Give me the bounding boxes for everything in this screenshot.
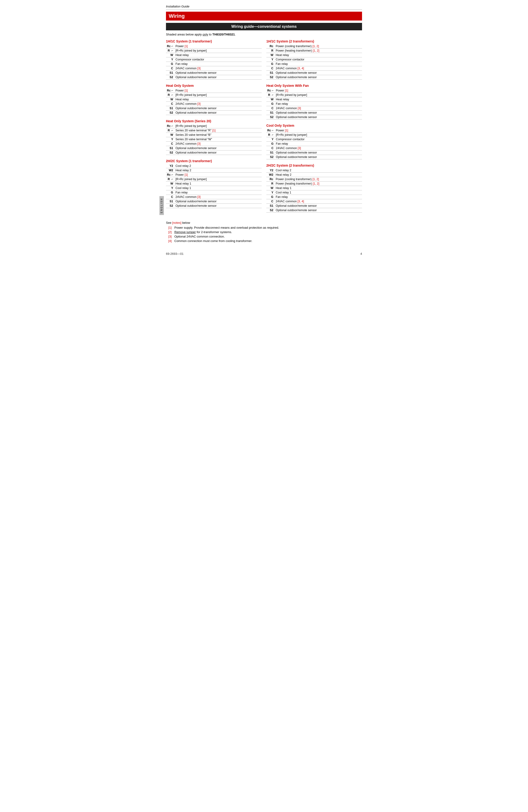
terminal: S1: [266, 71, 275, 75]
description: 24VAC common [3]: [175, 66, 262, 71]
terminal: S2: [266, 115, 275, 119]
english-sidebar-label: ENGLISH: [159, 196, 164, 215]
description: [R+Rc joined by jumper]: [175, 177, 262, 182]
description: Series 20 valve terminal “R” [1]: [175, 128, 262, 133]
section-title-1h1c-2t: 1H/1C System (2 transformers): [266, 40, 362, 43]
table-row: C 24VAC common [3, 4]: [266, 66, 362, 71]
description: Optional outdoor/remote sensor: [175, 204, 262, 208]
terminal: C: [166, 195, 175, 199]
note-text-1: Power supply. Provide disconnect means a…: [174, 226, 279, 229]
list-item: [4] Common connection must come from coo…: [168, 239, 362, 243]
note-num-4: [4]: [168, 239, 173, 243]
terminal: Rc ⌐: [166, 124, 175, 128]
table-row: Rc ⌐ Power [1]: [266, 88, 362, 93]
table-2h2c-1t: Y2 Cool relay 2 W2 Heat relay 2 Rc ⌐ Pow…: [166, 164, 262, 208]
terminal: Rc ⌐: [166, 44, 175, 48]
page-wrapper: ENGLISH Installation Guide Wiring Wiring…: [166, 5, 362, 256]
description: [R+Rc joined by jumper]: [275, 93, 362, 97]
table-row: R ⌐ Series 20 valve terminal “R” [1]: [166, 128, 262, 133]
description: Heat relay 2: [275, 173, 362, 177]
table-row: S1 Optional outdoor/remote sensor: [166, 106, 262, 111]
terminal: S1: [166, 199, 175, 204]
section-title-heat-only-fan: Heat Only System With Fan: [266, 84, 362, 87]
table-row: S2 Optional outdoor/remote sensor: [166, 75, 262, 79]
terminal: Rc ⌐: [166, 173, 175, 177]
footer-left: 69-2693—01: [166, 252, 184, 256]
table-row: Rc ⌐ Power [1]: [266, 128, 362, 133]
table-row: G Fan relay: [266, 142, 362, 146]
right-column: 1H/1C System (2 transformers) Rc Power (…: [266, 40, 362, 217]
terminal: S2: [166, 111, 175, 115]
table-row: S2 Optional outdoor/remote sensor: [266, 75, 362, 79]
table-heat-only-fan: Rc ⌐ Power [1] R ⌐ [R+Rc joined by jumpe…: [266, 88, 362, 119]
terminal: S1: [266, 111, 275, 115]
table-cool-only: Rc ⌐ Power [1] R ⌐ [R+Rc joined by jumpe…: [266, 128, 362, 159]
description: Series 20 valve terminal “B”: [175, 133, 262, 137]
description: Compressor contactor: [275, 137, 362, 142]
description: 24VAC common [3, 4]: [275, 199, 362, 204]
table-row: Rc ⌐ Power [1]: [166, 88, 262, 93]
terminal: W: [166, 182, 175, 186]
section-title-heat-only: Heat Only System: [166, 84, 262, 87]
description: Heat relay: [275, 53, 362, 57]
terminal: S1: [166, 71, 175, 75]
table-row: C 24VAC common [3]: [166, 142, 262, 146]
table-row: Y Compressor contactor: [166, 57, 262, 62]
description: Heat relay: [175, 97, 262, 102]
description: [R+Rc joined by jumper]: [175, 48, 262, 53]
table-row: Rc ⌐ Power [1]: [166, 173, 262, 177]
terminal: C: [166, 66, 175, 71]
description: Power (cooling transformer) [1, 2]: [275, 177, 362, 182]
description: Cool relay 2: [275, 168, 362, 173]
note-text-3: Optional 24VAC common connection.: [174, 235, 225, 238]
footer: 69-2693—01 4: [166, 252, 362, 256]
list-item: [2] Remove jumper for 2-transformer syst…: [168, 230, 362, 234]
description: Series 20 valve terminal “W”: [175, 137, 262, 142]
description: Cool relay 2: [175, 164, 262, 168]
terminal: S2: [166, 75, 175, 79]
table-row: R ⌐ [R+Rc joined by jumper]: [166, 177, 262, 182]
list-item: [1] Power supply. Provide disconnect mea…: [168, 226, 362, 229]
table-row: S1 Optional outdoor/remote sensor: [166, 71, 262, 75]
table-row: R ⌐ [R+Rc joined by jumper]: [166, 48, 262, 53]
table-row: C 24VAC common [3]: [266, 146, 362, 150]
description: Optional outdoor/remote sensor: [275, 208, 362, 213]
description: Power [1]: [275, 128, 362, 133]
description: Optional outdoor/remote sensor: [175, 111, 262, 115]
terminal: G: [166, 190, 175, 195]
terminal: W: [266, 186, 275, 190]
note-num-2: [2]: [168, 230, 173, 234]
description: Fan relay: [175, 62, 262, 66]
terminal: Y: [166, 186, 175, 190]
terminal: G: [266, 195, 275, 199]
description: Power (heating transformer) [1, 2]: [275, 182, 362, 186]
terminal: G: [266, 142, 275, 146]
description: Fan relay: [175, 190, 262, 195]
terminal: S2: [266, 155, 275, 159]
terminal: W: [266, 53, 275, 57]
terminal: R ⌐: [166, 48, 175, 53]
table-row: S2 Optional outdoor/remote sensor: [266, 155, 362, 159]
wiring-header: Wiring: [166, 12, 362, 20]
see-notes: See [notes] below: [166, 221, 362, 224]
table-row: S1 Optional outdoor/remote sensor: [166, 199, 262, 204]
table-row: C 24VAC common [3]: [166, 195, 262, 199]
description: Optional outdoor/remote sensor: [275, 150, 362, 155]
note-text-2: Remove jumper for 2-transformer systems.: [174, 230, 232, 234]
terminal: W: [166, 133, 175, 137]
list-item: [3] Optional 24VAC common connection.: [168, 235, 362, 238]
description: [R+Rc joined by jumper]: [175, 124, 262, 128]
table-1h1c-2t: Rc Power (cooling transformer) [1, 2] R …: [266, 44, 362, 79]
left-column: 1H/1C System (1 transformer) Rc ⌐ Power …: [166, 40, 262, 217]
table-row: W2 Heat relay 2: [266, 173, 362, 177]
table-row: G Fan relay: [166, 190, 262, 195]
description: Heat relay 1: [275, 186, 362, 190]
terminal: R: [266, 48, 275, 53]
description: Optional outdoor/remote sensor: [275, 71, 362, 75]
terminal: R ⌐: [166, 128, 175, 133]
table-row: S2 Optional outdoor/remote sensor: [266, 115, 362, 119]
terminal: W: [266, 97, 275, 102]
description: Optional outdoor/remote sensor: [175, 199, 262, 204]
table-row: W Heat relay 1: [166, 182, 262, 186]
description: [R+Rc joined by jumper]: [175, 93, 262, 97]
